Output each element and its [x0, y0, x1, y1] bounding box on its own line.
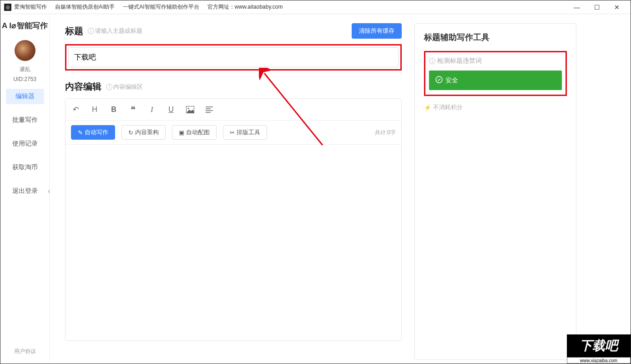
- content-area: 标题 i 请输入主题或标题 清除所有缓存 内容编辑 i 内容编辑区 ↶: [50, 14, 631, 364]
- heading-icon[interactable]: H: [90, 106, 99, 114]
- nav-usage-history[interactable]: 使用记录: [6, 136, 44, 152]
- title-label: 标题: [65, 25, 83, 37]
- clear-cache-button[interactable]: 清除所有缓存: [352, 23, 402, 39]
- editor: ↶ H B ❝ I U ✎ 自动写作: [65, 98, 402, 341]
- word-count: 共计:0字: [375, 129, 396, 136]
- content-header: 内容编辑 i 内容编辑区: [65, 81, 402, 93]
- uid: UID:2753: [13, 76, 36, 82]
- forbidden-word-check-highlight: i 检测标题违禁词 安全: [424, 51, 567, 96]
- info-icon: i: [429, 58, 435, 64]
- quote-icon[interactable]: ❝: [128, 104, 137, 115]
- layout-icon: ✂: [230, 129, 235, 136]
- undo-icon[interactable]: ↶: [71, 105, 80, 114]
- refresh-icon: ↻: [128, 129, 133, 136]
- underline-icon[interactable]: U: [167, 106, 176, 114]
- right-panel-title: 标题辅助写作工具: [424, 32, 567, 43]
- titlebar-left: ◎ 爱淘智能写作 自媒体智能伪原创AI助手 一键式AI智能写作辅助创作平台 官方…: [4, 3, 283, 11]
- app-icon: ◎: [4, 4, 11, 11]
- watermark: 下载吧 www.xiazaiba.com: [567, 334, 631, 364]
- nav-batch-write[interactable]: 批量写作: [6, 112, 44, 128]
- tagline-1: 自媒体智能伪原创AI助手: [55, 3, 115, 11]
- window-titlebar: ◎ 爱淘智能写作 自媒体智能伪原创AI助手 一键式AI智能写作辅助创作平台 官方…: [0, 0, 631, 14]
- restructure-button[interactable]: ↻ 内容重构: [121, 125, 166, 140]
- italic-icon[interactable]: I: [147, 106, 156, 114]
- editor-action-row: ✎ 自动写作 ↻ 内容重构 ▣ 自动配图 ✂ 排版工具 共: [66, 121, 401, 145]
- window-controls: — ☐ ✕: [567, 1, 627, 14]
- title-input-highlight: [65, 44, 402, 71]
- nav-get-coins[interactable]: 获取淘币: [6, 160, 44, 175]
- svg-point-1: [188, 107, 189, 109]
- title-hint: i 请输入主题或标题: [88, 27, 142, 35]
- nav-logout[interactable]: 退出登录: [6, 183, 44, 199]
- editor-body[interactable]: [66, 145, 401, 340]
- auto-image-button[interactable]: ▣ 自动配图: [172, 125, 217, 140]
- svg-text:www.xiazaiba.com: www.xiazaiba.com: [580, 358, 617, 363]
- editor-toolbar: ↶ H B ❝ I U: [66, 99, 401, 121]
- logo-text: 智能写作: [17, 20, 48, 31]
- logo-ai-icon: A I⌀: [2, 21, 16, 30]
- logo: A I⌀ 智能写作: [2, 20, 48, 31]
- close-button[interactable]: ✕: [607, 1, 627, 14]
- info-icon: i: [106, 84, 112, 90]
- content-hint: i 内容编辑区: [106, 83, 143, 91]
- image-icon: ▣: [179, 129, 184, 136]
- pencil-icon: ✎: [78, 129, 83, 136]
- website: 官方网址：www.aitaobaby.com: [207, 3, 283, 11]
- safe-status: 安全: [429, 71, 562, 90]
- right-panel: 标题辅助写作工具 i 检测标题违禁词 安全 ⚡ 不消耗积分: [414, 23, 576, 360]
- content-label: 内容编辑: [65, 81, 101, 93]
- app-brand: ◎ 爱淘智能写作: [4, 3, 47, 11]
- image-icon[interactable]: [186, 106, 195, 113]
- tagline-2: 一键式AI智能写作辅助创作平台: [123, 3, 199, 11]
- sidebar: A I⌀ 智能写作 凌乱 UID:2753 编辑器 批量写作 使用记录 获取淘币…: [0, 14, 50, 364]
- maximize-button[interactable]: ☐: [587, 1, 607, 14]
- user-agreement-link[interactable]: 用户协议: [14, 348, 36, 364]
- check-circle-icon: [435, 76, 443, 85]
- avatar[interactable]: [15, 40, 35, 61]
- align-icon[interactable]: [205, 106, 214, 113]
- main-column: 标题 i 请输入主题或标题 清除所有缓存 内容编辑 i 内容编辑区 ↶: [65, 23, 402, 364]
- bold-icon[interactable]: B: [109, 106, 118, 114]
- info-icon: i: [88, 28, 94, 34]
- check-label: i 检测标题违禁词: [429, 57, 562, 65]
- points-hint: ⚡ 不消耗积分: [424, 103, 567, 111]
- auto-write-button[interactable]: ✎ 自动写作: [71, 125, 115, 140]
- title-input[interactable]: [68, 47, 399, 67]
- username: 凌乱: [20, 66, 30, 73]
- lightning-icon: ⚡: [424, 104, 431, 111]
- minimize-button[interactable]: —: [567, 1, 587, 14]
- title-header: 标题 i 请输入主题或标题 清除所有缓存: [65, 23, 402, 39]
- svg-text:下载吧: 下载吧: [580, 339, 620, 353]
- layout-tool-button[interactable]: ✂ 排版工具: [223, 125, 267, 140]
- nav-editor[interactable]: 编辑器: [6, 89, 44, 104]
- app-name: 爱淘智能写作: [14, 3, 47, 11]
